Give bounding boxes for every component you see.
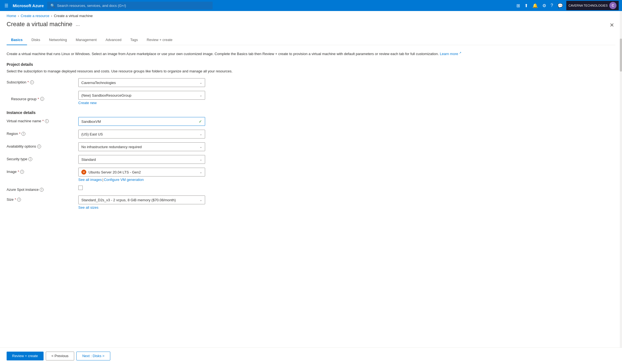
tab-advanced[interactable]: Advanced (101, 35, 126, 45)
size-value: Standard_D2s_v3 - 2 vcpus, 8 GiB memory … (81, 198, 176, 202)
azure-spot-control (78, 186, 615, 190)
image-label: Image * i (7, 168, 78, 174)
breadcrumb-sep-1: › (18, 14, 19, 18)
breadcrumb: Home › Create a resource › Create a virt… (0, 11, 622, 20)
previous-button[interactable]: < Previous (46, 352, 74, 360)
image-value: Ubuntu Server 20.04 LTS - Gen2 (89, 170, 141, 174)
configure-vm-link[interactable]: Configure VM generation (104, 178, 144, 182)
vm-name-required: * (42, 119, 44, 123)
see-all-images-link[interactable]: See all images (78, 178, 102, 182)
subscription-control: CavernaTechnologies ⌄ (78, 78, 615, 87)
help-icon[interactable]: ? (549, 2, 554, 9)
next-button[interactable]: Next : Disks > (76, 352, 110, 360)
availability-control: No infrastructure redundancy required ⌄ (78, 142, 615, 151)
form-scroll-area[interactable]: Basics Disks Networking Management Advan… (0, 34, 622, 343)
vm-name-input[interactable]: SandboxVM ✓ (78, 117, 205, 126)
see-all-sizes-link[interactable]: See all sizes (78, 205, 98, 210)
project-details-header: Project details (7, 62, 615, 67)
region-value: (US) East US (81, 132, 103, 136)
vm-name-label: Virtual machine name * i (7, 117, 78, 123)
resource-group-label: Resource group * i (11, 91, 83, 105)
ubuntu-icon: U (81, 170, 86, 175)
tab-disks[interactable]: Disks (27, 35, 45, 45)
subscription-row: Subscription * i CavernaTechnologies ⌄ (7, 78, 615, 87)
azure-spot-label: Azure Spot instance i (7, 186, 78, 192)
availability-dropdown[interactable]: No infrastructure redundancy required ⌄ (78, 142, 205, 151)
learn-more-link[interactable]: Learn more ↗ (440, 52, 461, 56)
image-chevron-icon: ⌄ (200, 170, 202, 174)
tabs: Basics Disks Networking Management Advan… (7, 34, 615, 45)
availability-value: No infrastructure redundancy required (81, 145, 142, 149)
region-control: (US) East US ⌄ (78, 130, 615, 138)
scroll-indicator (620, 11, 622, 347)
breadcrumb-sep-2: › (51, 14, 52, 18)
region-info-icon[interactable]: i (22, 132, 25, 136)
resource-group-dropdown[interactable]: (New) SandboxResourceGroup ⌄ (78, 91, 205, 100)
security-type-control: Standard ⌄ (78, 155, 615, 164)
image-required: * (18, 170, 19, 174)
availability-label: Availability options i (7, 142, 78, 148)
image-info-icon[interactable]: i (20, 170, 24, 174)
security-type-info-icon[interactable]: i (28, 157, 32, 161)
subscription-chevron-icon: ⌄ (200, 81, 202, 85)
region-label: Region * i (7, 130, 78, 136)
azure-logo: Microsoft Azure (13, 3, 44, 8)
vm-name-info-icon[interactable]: i (45, 119, 49, 123)
hamburger-icon[interactable]: ☰ (3, 2, 9, 9)
main-content: Home › Create a resource › Create a virt… (0, 11, 622, 364)
search-input[interactable] (57, 4, 209, 8)
page-header: Create a virtual machine ... ✕ (0, 20, 622, 34)
subscription-required: * (28, 80, 29, 84)
create-new-link[interactable]: Create new (78, 101, 96, 105)
azure-spot-checkbox[interactable] (78, 186, 83, 190)
subscription-info-icon[interactable]: i (30, 80, 34, 84)
breadcrumb-create-resource[interactable]: Create a resource (21, 14, 49, 18)
region-row: Region * i (US) East US ⌄ (7, 130, 615, 138)
tab-networking[interactable]: Networking (45, 35, 71, 45)
azure-spot-row: Azure Spot instance i (7, 186, 615, 192)
close-button[interactable]: ✕ (608, 21, 615, 29)
subscription-dropdown[interactable]: CavernaTechnologies ⌄ (78, 78, 205, 87)
bell-icon[interactable]: 🔔 (531, 2, 539, 9)
tab-tags[interactable]: Tags (126, 35, 142, 45)
tab-review-create[interactable]: Review + create (142, 35, 177, 45)
scroll-thumb[interactable] (620, 39, 622, 72)
security-type-dropdown[interactable]: Standard ⌄ (78, 155, 205, 164)
security-type-row: Security type i Standard ⌄ (7, 155, 615, 164)
region-chevron-icon: ⌄ (200, 132, 202, 136)
feedback-icon[interactable]: 💬 (556, 2, 564, 9)
security-type-value: Standard (81, 157, 96, 162)
review-create-button[interactable]: Review + create (7, 352, 44, 360)
region-required: * (19, 132, 20, 136)
size-label: Size * i (7, 195, 78, 202)
vm-name-value: SandboxVM (81, 119, 101, 124)
resource-group-control: (New) SandboxResourceGroup ⌄ Create new (78, 91, 615, 105)
topbar-icons: ⊞ ⬆ 🔔 ⚙ ? 💬 CAVERNA TECHNOLOGIES C (515, 1, 619, 10)
portal-icon[interactable]: ⊞ (515, 2, 521, 9)
breadcrumb-home[interactable]: Home (7, 14, 16, 18)
image-control: U Ubuntu Server 20.04 LTS - Gen2 ⌄ See a… (78, 168, 615, 182)
size-required: * (15, 197, 16, 202)
region-dropdown[interactable]: (US) East US ⌄ (78, 130, 205, 138)
size-dropdown[interactable]: Standard_D2s_v3 - 2 vcpus, 8 GiB memory … (78, 195, 205, 204)
search-bar[interactable]: 🔍 (47, 2, 213, 9)
settings-icon[interactable]: ⚙ (541, 2, 547, 9)
more-options-icon[interactable]: ... (76, 21, 80, 27)
upload-icon[interactable]: ⬆ (523, 2, 529, 9)
size-info-icon[interactable]: i (17, 198, 21, 202)
user-menu[interactable]: CAVERNA TECHNOLOGIES C (566, 1, 619, 10)
azure-spot-info-icon[interactable]: i (40, 188, 44, 192)
size-control: Standard_D2s_v3 - 2 vcpus, 8 GiB memory … (78, 195, 615, 210)
availability-chevron-icon: ⌄ (200, 145, 202, 149)
search-icon: 🔍 (50, 4, 55, 8)
resource-group-value: (New) SandboxResourceGroup (81, 93, 131, 97)
user-company: CAVERNA TECHNOLOGIES (569, 4, 608, 7)
resource-group-info-icon[interactable]: i (40, 97, 44, 101)
vm-name-valid-icon: ✓ (199, 119, 202, 124)
description-text: Create a virtual machine that runs Linux… (7, 51, 615, 57)
image-dropdown[interactable]: U Ubuntu Server 20.04 LTS - Gen2 ⌄ (78, 168, 205, 176)
vm-name-row: Virtual machine name * i SandboxVM ✓ (7, 117, 615, 126)
tab-basics[interactable]: Basics (7, 35, 27, 45)
availability-info-icon[interactable]: i (37, 145, 41, 148)
tab-management[interactable]: Management (71, 35, 101, 45)
